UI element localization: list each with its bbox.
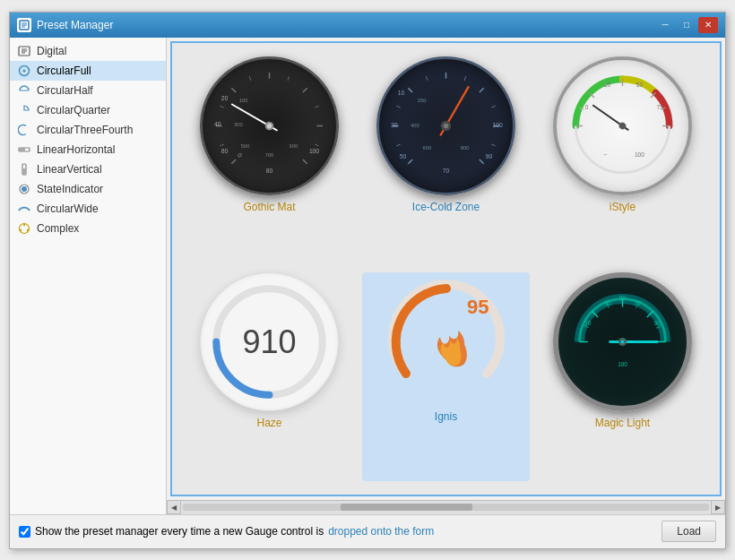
sidebar-item-linearhorizontal[interactable]: LinearHorizontal — [10, 140, 166, 159]
svg-text:100: 100 — [493, 122, 503, 128]
close-button[interactable]: ✕ — [698, 17, 718, 33]
svg-text:75: 75 — [657, 103, 664, 109]
gauge-ignis: 95 — [384, 280, 509, 405]
scroll-right-button[interactable]: ▶ — [711, 500, 725, 514]
linearhorizontal-icon — [17, 142, 31, 157]
svg-text:25: 25 — [604, 81, 611, 87]
gauge-gothic-mat: 0 20 40 60 80 100 100 3 — [200, 56, 339, 195]
gauge-label-ignis: Ignis — [435, 410, 457, 423]
sidebar-item-digital[interactable]: Digital — [10, 41, 166, 61]
svg-line-24 — [220, 106, 223, 108]
linearvertical-icon — [17, 162, 31, 177]
show-preset-checkbox[interactable] — [19, 526, 30, 538]
gauge-magic-light: 10 30 50 70 90 100 — [553, 272, 692, 411]
digital-icon — [17, 44, 31, 58]
svg-text:50: 50 — [619, 295, 627, 301]
svg-text:300: 300 — [234, 121, 243, 126]
gauge-cell-ice-cold-zone[interactable]: 10 30 50 70 90 100 200 400 — [362, 56, 530, 264]
svg-line-21 — [231, 159, 236, 163]
svg-point-19 — [27, 228, 29, 230]
checkbox-label: Show the preset manager every time a new… — [35, 525, 324, 538]
ignis-value: 95 — [467, 296, 489, 319]
svg-text:10: 10 — [398, 89, 405, 95]
sidebar-item-circularthreefourth[interactable]: CircularThreeFourth — [10, 120, 166, 140]
complex-icon — [17, 221, 31, 236]
gauge-cell-gothic-mat[interactable]: 0 20 40 60 80 100 100 3 — [186, 56, 353, 264]
svg-text:100: 100 — [309, 148, 319, 154]
circularfull-icon — [17, 64, 31, 78]
svg-text:100: 100 — [635, 151, 644, 157]
svg-text:40: 40 — [214, 120, 221, 126]
sidebar-item-circularfull[interactable]: CircularFull — [10, 61, 166, 81]
bottom-bar: Show the preset manager every time a new… — [10, 514, 725, 548]
gauge-cell-haze[interactable]: 910 Haze — [186, 272, 353, 481]
svg-point-20 — [20, 228, 22, 230]
circularthreefourth-icon — [17, 123, 31, 137]
scroll-track[interactable] — [183, 504, 709, 511]
preset-manager-window: Preset Manager ─ □ ✕ Digital — [9, 12, 726, 549]
sidebar-item-stateindicator[interactable]: StateIndicator — [10, 179, 166, 199]
sidebar-label-circularhalf: CircularHalf — [37, 84, 93, 97]
scroll-left-button[interactable]: ◀ — [167, 500, 181, 514]
gauge-label-istyle: iStyle — [610, 201, 636, 213]
gauge-cell-ignis[interactable]: 95 Ignis — [362, 272, 530, 481]
svg-line-57 — [491, 106, 495, 108]
load-button[interactable]: Load — [662, 521, 716, 542]
sidebar-label-circularwide: CircularWide — [37, 202, 99, 215]
svg-line-52 — [408, 88, 412, 92]
circularquarter-icon — [17, 103, 31, 117]
svg-text:60: 60 — [221, 148, 229, 154]
svg-text:−: − — [604, 151, 608, 157]
horizontal-scrollbar: ◀ ▶ — [167, 500, 725, 514]
sidebar-item-circularwide[interactable]: CircularWide — [10, 199, 166, 219]
title-controls: ─ □ ✕ — [655, 17, 718, 33]
sidebar-item-circularhalf[interactable]: CircularHalf — [10, 81, 166, 100]
sidebar-label-circularthreefourth: CircularThreeFourth — [37, 124, 133, 136]
window-title: Preset Manager — [37, 19, 655, 31]
svg-line-49 — [396, 144, 400, 146]
gauge-cell-istyle[interactable]: 0 25 50 75 100 − — [539, 56, 706, 264]
sidebar-label-digital: Digital — [37, 45, 66, 57]
svg-line-56 — [480, 88, 484, 92]
svg-line-28 — [288, 76, 290, 80]
sidebar-item-linearvertical[interactable]: LinearVertical — [10, 159, 166, 179]
svg-text:50: 50 — [636, 81, 644, 87]
gauge-grid-container: 0 20 40 60 80 100 100 3 — [170, 41, 722, 496]
svg-line-30 — [315, 106, 318, 108]
circularwide-icon — [17, 202, 31, 216]
circularhalf-icon — [17, 83, 31, 98]
window-icon — [17, 18, 31, 32]
svg-line-25 — [231, 88, 236, 92]
sidebar-label-circularfull: CircularFull — [37, 65, 91, 77]
maximize-button[interactable]: □ — [677, 17, 696, 33]
content-area: Digital CircularFull Cir — [10, 38, 725, 514]
gauge-haze: 910 — [200, 272, 339, 411]
svg-text:100: 100 — [618, 361, 627, 367]
svg-text:0: 0 — [585, 103, 589, 109]
sidebar-label-linearvertical: LinearVertical — [37, 163, 102, 176]
svg-line-32 — [315, 144, 318, 146]
sidebar-label-linearhorizontal: LinearHorizontal — [37, 143, 115, 156]
svg-text:800: 800 — [461, 145, 470, 151]
scroll-thumb[interactable] — [341, 504, 472, 511]
gauge-label-gothic-mat: Gothic Mat — [243, 201, 295, 213]
sidebar-item-circularquarter[interactable]: CircularQuarter — [10, 100, 166, 120]
svg-text:900: 900 — [290, 143, 298, 149]
form-link[interactable]: dropped onto the form — [328, 525, 434, 538]
svg-text:700: 700 — [265, 152, 274, 158]
svg-text:100: 100 — [239, 97, 248, 102]
svg-rect-14 — [22, 168, 26, 175]
sidebar-item-complex[interactable]: Complex — [10, 219, 166, 238]
gauge-grid: 0 20 40 60 80 100 100 3 — [172, 43, 720, 495]
svg-text:90: 90 — [486, 153, 493, 159]
svg-line-26 — [249, 76, 251, 80]
svg-text:400: 400 — [411, 123, 419, 128]
svg-point-109 — [621, 340, 625, 344]
gauge-ice-cold-zone: 10 30 50 70 90 100 200 400 — [376, 56, 515, 195]
gauge-cell-magic-light[interactable]: 10 30 50 70 90 100 — [539, 272, 706, 481]
svg-line-59 — [491, 144, 495, 146]
svg-point-16 — [22, 186, 27, 192]
svg-text:50: 50 — [400, 153, 407, 159]
svg-text:30: 30 — [604, 300, 611, 306]
minimize-button[interactable]: ─ — [655, 17, 675, 33]
